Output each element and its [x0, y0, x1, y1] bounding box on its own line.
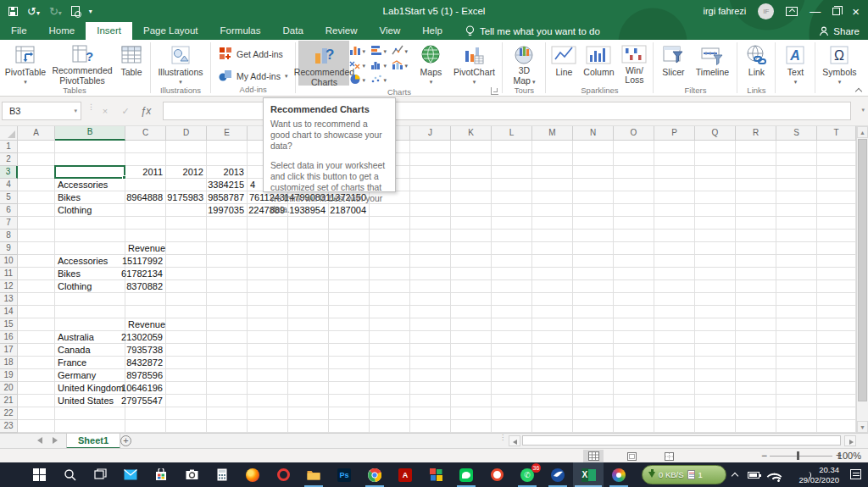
- scroll-left-icon[interactable]: [509, 435, 520, 446]
- normal-view-icon[interactable]: [583, 450, 604, 462]
- tab-view[interactable]: View: [369, 22, 412, 40]
- zoom-out-icon[interactable]: −: [761, 449, 767, 462]
- new-sheet-button[interactable]: +: [120, 435, 131, 446]
- column-header-q[interactable]: Q: [695, 126, 736, 141]
- cell-c10[interactable]: 15117992: [87, 255, 163, 268]
- ribbon-button-get-add-ins[interactable]: Get Add-ins: [219, 47, 287, 62]
- ribbon-button-timeline[interactable]: Timeline: [690, 41, 734, 86]
- print-preview-icon[interactable]: [71, 6, 80, 16]
- ribbon-display-options-icon[interactable]: [786, 7, 798, 16]
- row-header-16[interactable]: 16: [0, 331, 18, 344]
- taskbar-start-icon[interactable]: [24, 462, 54, 487]
- insert-function-icon[interactable]: ƒx: [137, 102, 154, 120]
- row-header-18[interactable]: 18: [0, 357, 18, 369]
- horizontal-scroll-thumb[interactable]: [522, 435, 841, 445]
- column-header-a[interactable]: A: [18, 126, 55, 141]
- cancel-entry-icon[interactable]: ×: [97, 102, 114, 120]
- tab-help[interactable]: Help: [411, 22, 453, 40]
- ribbon-button-pivottable[interactable]: PivotTable▾: [2, 41, 49, 86]
- user-name[interactable]: irgi fahrezi: [703, 6, 746, 16]
- row-header-19[interactable]: 19: [0, 369, 18, 382]
- network-speed-widget[interactable]: 0 KB/S 1: [642, 465, 726, 484]
- ribbon-button-pivotchart[interactable]: PivotChart▾: [448, 41, 499, 86]
- close-button[interactable]: ×: [852, 5, 860, 18]
- column-header-j[interactable]: J: [410, 126, 451, 141]
- name-box-arrow-icon[interactable]: ▾: [74, 102, 77, 119]
- ribbon-button-illustrations[interactable]: Illustrations▾: [153, 41, 208, 86]
- vertical-scroll-thumb[interactable]: [858, 139, 867, 401]
- row-header-1[interactable]: 1: [0, 141, 18, 153]
- column-chart-button[interactable]: ▾: [349, 44, 370, 58]
- action-center-icon[interactable]: [850, 469, 861, 479]
- row-header-9[interactable]: 9: [0, 242, 18, 255]
- tab-file[interactable]: File: [0, 22, 38, 40]
- confirm-entry-icon[interactable]: ✓: [117, 102, 134, 120]
- fill-handle[interactable]: [122, 175, 126, 180]
- line-chart-button[interactable]: ▾: [392, 44, 413, 58]
- save-icon[interactable]: [8, 7, 18, 16]
- taskbar-office-icon[interactable]: [481, 462, 512, 487]
- column-header-m[interactable]: M: [532, 126, 573, 141]
- cell-c19[interactable]: 8978596: [87, 369, 163, 382]
- row-header-21[interactable]: 21: [0, 395, 18, 407]
- taskbar-eagle-browser-icon[interactable]: [542, 462, 573, 487]
- row-header-23[interactable]: 23: [0, 420, 18, 433]
- page-break-view-icon[interactable]: [659, 450, 679, 462]
- cell-e3[interactable]: 2013: [169, 166, 244, 179]
- cell-c16[interactable]: 21302059: [87, 331, 163, 344]
- customize-qat-icon[interactable]: ▾: [89, 8, 92, 15]
- ribbon-button-symbols[interactable]: ΩSymbols▾: [818, 41, 860, 86]
- row-header-5[interactable]: 5: [0, 191, 18, 204]
- tray-expand-icon[interactable]: [732, 473, 739, 479]
- taskbar-chrome-icon[interactable]: [359, 462, 390, 487]
- taskbar-paint-icon[interactable]: [604, 462, 634, 487]
- row-header-17[interactable]: 17: [0, 344, 18, 357]
- taskbar-whatsapp-icon[interactable]: ✆36: [512, 462, 542, 487]
- column-header-d[interactable]: D: [166, 126, 207, 141]
- scatter-dots-button[interactable]: ▾: [370, 73, 392, 87]
- ribbon-button-recommended-charts[interactable]: ?RecommendedCharts: [298, 41, 349, 86]
- tab-data[interactable]: Data: [272, 22, 314, 40]
- cell-c15[interactable]: Revenue: [128, 318, 281, 331]
- column-header-e[interactable]: E: [207, 126, 248, 141]
- name-box[interactable]: B3▾: [2, 102, 81, 120]
- ribbon-button-slicer[interactable]: Slicer: [656, 41, 690, 86]
- ribbon-button-line[interactable]: Line: [548, 41, 579, 86]
- row-header-8[interactable]: 8: [0, 230, 18, 242]
- taskbar-calculator-icon[interactable]: [207, 462, 237, 487]
- worksheet-grid[interactable]: ABCDEFGHIJKLMNOPQRST12345678910111213141…: [0, 126, 856, 433]
- taskbar-excel-icon[interactable]: X: [573, 462, 604, 487]
- cell-c12[interactable]: 8370882: [87, 280, 163, 293]
- avatar[interactable]: IF: [758, 3, 774, 19]
- cell-c17[interactable]: 7935738: [87, 344, 163, 357]
- column-header-s[interactable]: S: [776, 126, 817, 141]
- sheet-tab-sheet1[interactable]: Sheet1: [66, 434, 120, 449]
- scroll-down-icon[interactable]: ▼: [857, 421, 868, 433]
- tell-me-box[interactable]: Tell me what you want to do: [465, 22, 600, 40]
- bar-chart-button[interactable]: ▾: [370, 44, 392, 58]
- taskbar-color-app-icon[interactable]: [420, 462, 451, 487]
- row-header-6[interactable]: 6: [0, 204, 18, 217]
- zoom-slider-thumb[interactable]: [797, 451, 799, 460]
- ribbon-button-text[interactable]: AText▾: [778, 41, 812, 86]
- redo-icon[interactable]: ↻▾: [49, 6, 62, 17]
- row-header-11[interactable]: 11: [0, 268, 18, 280]
- histogram-button[interactable]: ▾: [370, 58, 392, 73]
- undo-icon[interactable]: ↺▾: [27, 6, 40, 17]
- ribbon-button-recommended-pivottables[interactable]: ?RecommendedPivotTables: [49, 41, 115, 86]
- combo-chart-button[interactable]: ▾: [392, 58, 413, 73]
- zoom-level[interactable]: 100%: [837, 449, 861, 463]
- column-header-k[interactable]: K: [451, 126, 492, 141]
- horizontal-scrollbar[interactable]: [509, 434, 856, 447]
- row-header-13[interactable]: 13: [0, 293, 18, 306]
- column-header-b[interactable]: B: [55, 126, 125, 141]
- row-header-10[interactable]: 10: [0, 255, 18, 268]
- scroll-up-icon[interactable]: ▲: [857, 126, 868, 138]
- scroll-right-icon[interactable]: [844, 435, 856, 446]
- pie-chart-button[interactable]: ▾: [349, 73, 370, 87]
- taskbar-opera-icon[interactable]: [268, 462, 298, 487]
- column-header-p[interactable]: P: [654, 126, 695, 141]
- tab-home[interactable]: Home: [38, 22, 86, 40]
- tab-formulas[interactable]: Formulas: [209, 22, 272, 40]
- column-header-l[interactable]: L: [492, 126, 532, 141]
